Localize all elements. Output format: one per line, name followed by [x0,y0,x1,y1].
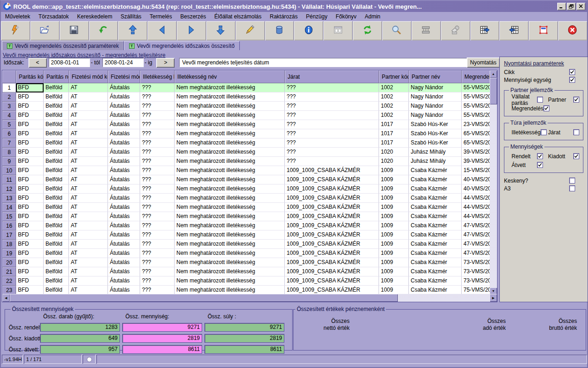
horizontal-scrollbar-track[interactable] [398,294,490,302]
table-row[interactable]: 1BFDBelföldATÁtutalás???Nem meghatározot… [2,83,497,92]
checkbox[interactable] [569,77,575,83]
menu-item[interactable]: Főkönyv [332,12,361,21]
menu-item[interactable]: Admin [361,12,384,21]
search-button[interactable] [382,21,412,40]
table-row[interactable]: 4BFDBelföldATÁtutalás???Nem meghatározot… [2,111,497,120]
table-row[interactable]: 21BFDBelföldATÁtutalás???Nem meghatározo… [2,267,497,276]
totals-column-header: Össz. mennyiség: [124,313,204,321]
date-from-input[interactable] [49,58,90,67]
next-period-button[interactable]: > [156,58,175,68]
close-button[interactable] [577,3,585,10]
scroll-right-icon[interactable]: ▶ [490,294,497,302]
row-number-header[interactable] [2,70,16,83]
minimize-button[interactable] [557,3,566,10]
table-row[interactable]: 6BFDBelföldATÁtutalás???Nem meghatározot… [2,129,497,138]
open-folder-button[interactable] [30,21,60,40]
table-row[interactable]: 17BFDBelföldATÁtutalás???Nem meghatározo… [2,230,497,240]
table-row[interactable]: 18BFDBelföldATÁtutalás???Nem meghatározo… [2,240,497,249]
database-button[interactable] [265,21,294,40]
column-header[interactable]: Járat [285,70,379,83]
left-arrow-button[interactable] [147,21,177,40]
checkbox[interactable] [543,105,549,111]
table-row[interactable]: 22BFDBelföldATÁtutalás???Nem meghatározo… [2,276,497,286]
lightning-button[interactable] [1,21,30,40]
checkbox[interactable] [573,153,579,159]
table-row[interactable]: 10BFDBelföldATÁtutalás???Nem meghatározo… [2,166,497,175]
menu-item[interactable]: Termelés [146,12,176,21]
table-cell: Belföld [44,249,69,258]
table-row[interactable]: 12BFDBelföldATÁtutalás???Nem meghatározo… [2,184,497,194]
table-row[interactable]: 14BFDBelföldATÁtutalás???Nem meghatározo… [2,203,497,212]
table-cell: Belföld [44,157,69,166]
checkbox[interactable] [569,69,575,75]
vertical-scrollbar-thumb[interactable] [490,78,497,104]
table-import-button[interactable] [499,21,529,40]
vertical-scrollbar[interactable]: ▲ ▼ [490,70,497,295]
table-cell: AT [69,92,108,102]
print-button[interactable]: Nyomtatás [467,58,500,68]
info-button[interactable] [294,21,323,40]
table-row[interactable]: 2BFDBelföldATÁtutalás???Nem meghatározot… [2,92,497,102]
menu-item[interactable]: Pénzügy [302,12,332,21]
table-row[interactable]: 7BFDBelföldATÁtutalás???Nem meghatározot… [2,138,497,148]
undo-arrow-button[interactable] [89,21,119,40]
table-cell: 1009_1009_CSABA KÁZMÉR [285,230,379,240]
checkbox[interactable] [573,97,579,103]
column-header[interactable]: Fizetési mód név [108,70,140,83]
stop-button[interactable] [558,21,587,40]
date-type-combobox[interactable]: Vevői megrendelés teljesítés dátum ▼ [179,58,485,67]
menu-item[interactable]: Törzsadatok [34,12,73,21]
checkbox[interactable] [569,185,575,191]
print-param-label: Járat [548,129,560,136]
checkbox[interactable] [569,178,575,184]
window-layout-button[interactable] [529,21,558,40]
column-header[interactable]: Paritás kód [16,70,44,83]
checkbox[interactable] [537,153,543,159]
table-row[interactable]: 23BFDBelföldATÁtutalás???Nem meghatározo… [2,286,497,295]
table-row[interactable]: 19BFDBelföldATÁtutalás???Nem meghatározo… [2,249,497,258]
checkbox[interactable] [537,97,543,103]
table-row[interactable]: 5BFDBelföldATÁtutalás???Nem meghatározot… [2,120,497,129]
table-row[interactable]: 15BFDBelföldATÁtutalás???Nem meghatározo… [2,212,497,221]
menu-item[interactable]: Beszerzés [176,12,210,21]
table-row[interactable]: 8BFDBelföldATÁtutalás???Nem meghatározot… [2,148,497,157]
menu-item[interactable]: Raktározás [266,12,302,21]
checkbox[interactable] [537,162,543,168]
column-header[interactable]: Fizetési mód kód [69,70,108,83]
restore-button[interactable] [567,3,576,10]
table-row[interactable]: 11BFDBelföldATÁtutalás???Nem meghatározo… [2,175,497,184]
table-row[interactable]: 20BFDBelföldATÁtutalás???Nem meghatározo… [2,258,497,267]
scroll-up-icon[interactable]: ▲ [490,70,497,78]
menu-item[interactable]: Műveletek [1,12,34,21]
column-header[interactable]: Paritás név [44,70,69,83]
scroll-left-icon[interactable]: ◀ [2,294,10,302]
column-header[interactable]: Illetékesség név [175,70,285,83]
table-row[interactable]: 16BFDBelföldATÁtutalás???Nem meghatározo… [2,221,497,230]
double-down-arrow-button[interactable] [206,21,236,40]
edit-pencil-button[interactable] [236,21,265,40]
menu-item[interactable]: Szállítás [116,12,145,21]
tab-idoszakos-osszesito[interactable]: T Vevői megrendelés időszakos összesítő [124,41,240,50]
menu-item[interactable]: Kereskedelem [73,12,117,21]
menu-item[interactable]: Élőállat elszámolás [210,12,266,21]
double-up-arrow-button[interactable] [118,21,147,40]
checkbox[interactable] [573,129,579,135]
column-header[interactable]: Megrendelés [462,70,491,83]
table-export-button[interactable] [470,21,500,40]
date-to-input[interactable] [102,58,144,67]
table-row[interactable]: 3BFDBelföldATÁtutalás???Nem meghatározot… [2,102,497,111]
right-arrow-button[interactable] [177,21,206,40]
table-cell: Belföld [44,230,69,240]
vertical-scrollbar-track[interactable] [490,104,497,288]
prev-period-button[interactable]: < [28,58,47,68]
tab-osszesito-parameterek[interactable]: T Vevői megrendelés összesítő paramétere… [2,41,124,50]
save-button[interactable] [60,21,89,40]
horizontal-scrollbar-thumb[interactable] [10,294,398,302]
column-header[interactable]: Partner név [409,70,462,83]
refresh-button[interactable] [353,21,382,40]
horizontal-scrollbar[interactable]: ◀ ▶ [2,294,497,302]
table-row[interactable]: 9BFDBelföldATÁtutalás???Nem meghatározot… [2,157,497,166]
table-row[interactable]: 13BFDBelföldATÁtutalás???Nem meghatározo… [2,194,497,203]
column-header[interactable]: Illetékesség kód [140,70,175,83]
column-header[interactable]: Partner kód [379,70,409,83]
